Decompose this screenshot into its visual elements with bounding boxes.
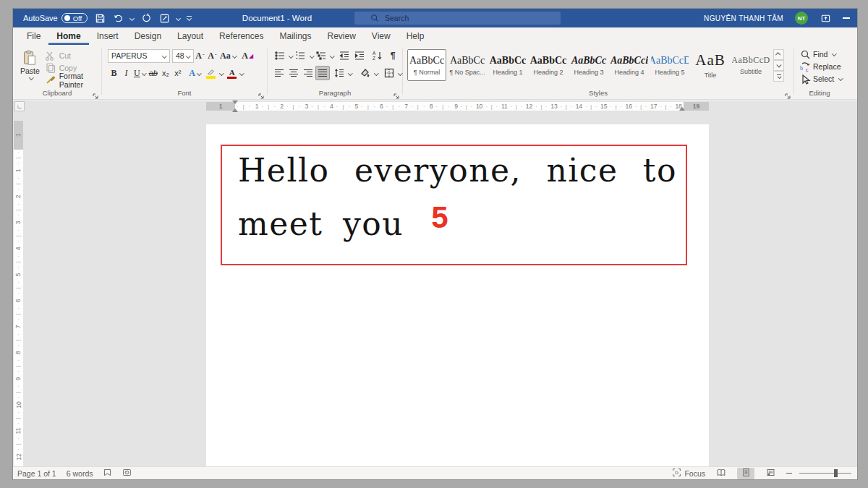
ribbon-display-options-icon[interactable]	[820, 12, 831, 24]
shading-dropdown-icon[interactable]	[374, 71, 378, 75]
style-gallery-item[interactable]: AaBbCc ¶ Normal	[407, 49, 446, 81]
style-gallery-item[interactable]: AaBbCc ¶ No Spac...	[448, 49, 487, 81]
style-gallery-item[interactable]: AaBbCci Heading 4	[610, 49, 649, 81]
user-name[interactable]: NGUYỄN THANH TÂM	[704, 14, 783, 22]
shrink-font-button[interactable]: Aˇ	[206, 49, 218, 63]
minimize-button[interactable]	[843, 17, 850, 18]
text-effects-button[interactable]: A	[187, 67, 202, 80]
style-gallery-item[interactable]: AaBbCcD Subtitle	[731, 49, 770, 81]
shading-button[interactable]	[358, 66, 373, 80]
focus-button[interactable]: D Focus	[672, 468, 705, 479]
zoom-out-button[interactable]	[786, 473, 792, 474]
subscript-button[interactable]: x₂	[159, 67, 171, 80]
undo-icon[interactable]	[112, 12, 124, 24]
style-gallery-item[interactable]: AaBbCc Heading 3	[569, 49, 608, 81]
search-input[interactable]: Search	[354, 12, 561, 25]
ruler-number: 13	[550, 103, 557, 110]
zoom-slider[interactable]	[799, 473, 851, 474]
horizontal-ruler[interactable]: 1 ·|·1·|·2·|·3·|·4·|·5·|·6·|·7·|·8·|·9·|…	[206, 102, 709, 111]
style-gallery-item[interactable]: AaBbCc Heading 2	[529, 49, 568, 81]
borders-button[interactable]	[382, 66, 396, 80]
align-left-button[interactable]	[272, 66, 286, 80]
font-color-button[interactable]: A	[226, 67, 238, 80]
right-indent-marker[interactable]	[679, 107, 685, 111]
clear-formatting-button[interactable]: A◢	[240, 49, 255, 63]
paste-dropdown-icon[interactable]	[29, 75, 33, 80]
read-mode-button[interactable]	[712, 468, 730, 479]
line2-text: meet you	[238, 205, 404, 242]
find-button[interactable]: Find	[800, 48, 845, 60]
zoom-slider-handle[interactable]	[834, 469, 838, 477]
first-line-indent-marker[interactable]	[232, 100, 238, 104]
clipboard-dialog-launcher-icon[interactable]	[92, 90, 99, 97]
avatar[interactable]: NT	[795, 12, 808, 25]
align-right-button[interactable]	[301, 66, 315, 80]
page-pen-icon[interactable]	[158, 12, 170, 24]
ribbon-tab[interactable]: Home	[48, 27, 88, 45]
replace-button[interactable]: bc Replace	[800, 60, 845, 72]
grow-font-button[interactable]: Aˆ	[194, 49, 206, 63]
justify-button[interactable]	[315, 66, 330, 80]
redo-icon[interactable]	[140, 12, 152, 24]
ribbon-tab[interactable]: File	[19, 27, 48, 45]
undo-dropdown-icon[interactable]	[129, 15, 135, 20]
styles-scroll-down-icon[interactable]	[773, 60, 784, 71]
change-case-button[interactable]: Aa	[218, 49, 237, 63]
bold-button[interactable]: B	[108, 67, 120, 80]
ribbon-tab[interactable]: Design	[127, 27, 169, 45]
style-gallery-item[interactable]: AaBbCcD Heading 5	[650, 49, 689, 81]
styles-dialog-launcher-icon[interactable]	[784, 90, 791, 97]
line-spacing-dropdown-icon[interactable]	[348, 71, 352, 75]
sort-button[interactable]: AZ	[370, 48, 386, 63]
borders-dropdown-icon[interactable]	[398, 71, 402, 75]
underline-button[interactable]: U	[132, 67, 147, 80]
web-layout-button[interactable]	[762, 468, 779, 479]
line-spacing-button[interactable]	[332, 66, 346, 80]
autosave-toggle[interactable]: AutoSave Off	[23, 13, 88, 23]
text-highlight-button[interactable]	[205, 67, 218, 80]
cut-button[interactable]: Cut	[43, 49, 101, 61]
ribbon-tab[interactable]: Review	[319, 27, 363, 45]
align-center-button[interactable]	[286, 66, 301, 80]
strikethrough-button[interactable]: ab	[147, 67, 159, 80]
superscript-button[interactable]: x²	[171, 67, 184, 80]
ribbon-tab[interactable]: View	[364, 27, 399, 45]
style-gallery-item[interactable]: AaBbCc Heading 1	[488, 49, 527, 81]
font-name-combo[interactable]: PAPERUS	[108, 49, 170, 63]
document-page[interactable]: Helloeveryone,niceto meet you 5	[206, 124, 709, 466]
save-icon[interactable]	[94, 12, 106, 24]
customize-qat-icon[interactable]	[187, 16, 192, 20]
numbering-button[interactable]	[293, 48, 308, 63]
decrease-indent-button[interactable]	[337, 48, 352, 63]
format-painter-button[interactable]: Format Painter	[43, 74, 101, 86]
font-dialog-launcher-icon[interactable]	[258, 90, 265, 97]
font-size-combo[interactable]: 48	[172, 49, 194, 63]
tab-selector[interactable]: ∟	[14, 101, 25, 111]
ribbon-tab[interactable]: References	[211, 27, 271, 45]
ribbon-tab[interactable]: Mailings	[271, 27, 319, 45]
select-button[interactable]: Select	[800, 72, 845, 85]
proofing-errors-icon[interactable]	[103, 468, 112, 479]
document-text[interactable]: Helloeveryone,niceto meet you 5	[238, 152, 677, 242]
style-gallery-item[interactable]: AaB Title	[691, 49, 730, 81]
ribbon-tab[interactable]: Layout	[169, 27, 211, 45]
styles-scroll-up-icon[interactable]	[773, 49, 784, 60]
italic-button[interactable]: I	[120, 67, 132, 80]
qat-dropdown-icon[interactable]	[176, 15, 181, 20]
increase-indent-button[interactable]	[352, 48, 367, 63]
accessibility-checker-icon[interactable]	[122, 468, 132, 479]
styles-more-icon[interactable]	[773, 71, 784, 82]
highlight-dropdown-icon[interactable]	[219, 71, 224, 75]
ribbon-tab[interactable]: Insert	[89, 27, 127, 45]
multilevel-list-button[interactable]	[313, 48, 328, 63]
paragraph-dialog-launcher-icon[interactable]	[393, 90, 400, 97]
page-indicator[interactable]: Page 1 of 1	[17, 469, 56, 478]
vertical-ruler[interactable]: 1 ·—·1·—·2·—·3·—·4·—·5·—·6·—·7·—·8·—·9·—…	[14, 121, 23, 466]
font-color-dropdown-icon[interactable]	[239, 71, 244, 75]
print-layout-button[interactable]	[737, 468, 754, 479]
word-count[interactable]: 6 words	[67, 469, 93, 478]
multilevel-dropdown-icon[interactable]	[330, 53, 334, 58]
show-hide-marks-button[interactable]: ¶	[386, 48, 401, 63]
ribbon-tab[interactable]: Help	[399, 27, 433, 45]
bullets-button[interactable]	[272, 48, 287, 63]
